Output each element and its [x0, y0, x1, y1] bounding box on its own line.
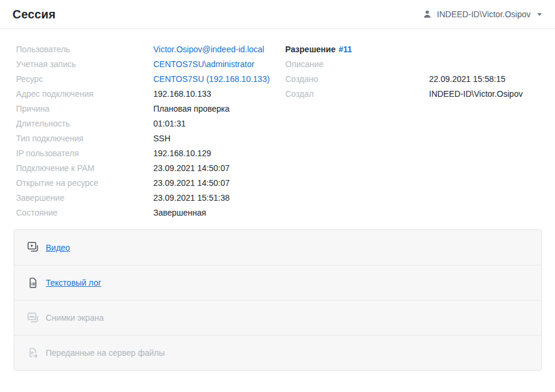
detail-row: Длительность01:01:31 [16, 116, 285, 131]
panel-label[interactable]: Видео [46, 243, 70, 252]
detail-label: Адрес подключения [16, 89, 153, 99]
detail-row: Тип подключенияSSH [16, 131, 285, 146]
detail-value: 23.09.2021 15:51:38 [153, 193, 229, 203]
detail-label: Пользователь [16, 45, 153, 54]
page-title: Сессия [12, 8, 56, 21]
panel-text-log[interactable]: Текстовый лог [14, 265, 541, 300]
session-artifact-panels: ВидеоТекстовый логСнимки экранаПереданны… [14, 229, 542, 371]
detail-label: Завершение [16, 193, 153, 203]
detail-value: 23.09.2021 14:50:07 [153, 163, 229, 173]
detail-row: Открытие на ресурсе23.09.2021 14:50:07 [16, 175, 285, 190]
panel-label[interactable]: Текстовый лог [46, 278, 101, 287]
detail-label: Тип подключения [16, 134, 153, 143]
detail-label: IP пользователя [16, 148, 153, 158]
detail-row: Завершение23.09.2021 15:51:38 [16, 190, 285, 205]
detail-label: Учетная запись [16, 59, 153, 69]
user-menu-label: INDEED-ID\Victor.Osipov [437, 10, 531, 19]
detail-value: 01:01:31 [153, 119, 186, 128]
detail-label: Открытие на ресурсе [16, 178, 153, 188]
detail-label: Описание [285, 59, 429, 69]
detail-value: INDEED-ID\Victor.Osipov [429, 89, 523, 99]
chevron-down-icon [537, 11, 543, 17]
upload-files-icon [27, 347, 39, 359]
detail-row: Подключение к PAM23.09.2021 14:50:07 [16, 160, 285, 175]
session-page: Сессия INDEED-ID\Victor.Osipov Пользоват… [0, 0, 555, 392]
detail-label: Подключение к PAM [16, 163, 153, 173]
detail-value: 22.09.2021 15:58:15 [429, 74, 505, 84]
detail-label: Причина [16, 104, 153, 113]
video-icon [27, 242, 39, 253]
detail-label: Ресурс [16, 74, 153, 84]
detail-value: 192.168.10.133 [153, 89, 211, 99]
panel-screenshots: Снимки экрана [14, 300, 541, 335]
detail-value: 192.168.10.129 [153, 148, 211, 158]
permission-row: Разрешение #11 [285, 42, 541, 56]
detail-value: SSH [153, 134, 171, 143]
permission-details: ОписаниеСоздано22.09.2021 15:58:15Создал… [285, 56, 541, 101]
detail-row: ПользовательVictor.Osipov@indeed-id.loca… [16, 42, 285, 56]
session-details: ПользовательVictor.Osipov@indeed-id.loca… [0, 29, 555, 220]
page-header: Сессия INDEED-ID\Victor.Osipov [0, 0, 555, 29]
panel-label: Снимки экрана [46, 313, 103, 323]
permission-number-link[interactable]: #11 [339, 45, 352, 54]
detail-label: Создано [285, 74, 429, 84]
panel-video[interactable]: Видео [14, 230, 541, 265]
detail-row: Адрес подключения192.168.10.133 [16, 86, 285, 101]
detail-label: Создал [285, 89, 429, 99]
detail-label: Состояние [16, 208, 153, 217]
detail-row: СоздалINDEED-ID\Victor.Osipov [285, 86, 541, 101]
user-icon [422, 10, 432, 19]
screenshots-icon [27, 312, 39, 324]
detail-row: РесурсCENTOS7SU (192.168.10.133) [16, 71, 285, 86]
detail-row: IP пользователя192.168.10.129 [16, 146, 285, 160]
user-menu[interactable]: INDEED-ID\Victor.Osipov [422, 10, 543, 19]
detail-value-link[interactable]: Victor.Osipov@indeed-id.local [153, 45, 264, 54]
detail-value: Плановая проверка [153, 104, 229, 113]
details-right-column: Разрешение #11 ОписаниеСоздано22.09.2021… [285, 42, 541, 220]
detail-row: Создано22.09.2021 15:58:15 [285, 71, 541, 86]
detail-value-link[interactable]: CENTOS7SU\administrator [153, 59, 254, 69]
detail-row: Учетная записьCENTOS7SU\administrator [16, 56, 285, 71]
permission-label: Разрешение [285, 45, 336, 54]
panel-uploaded-files: Переданные на сервер файлы [14, 335, 541, 370]
panel-label: Переданные на сервер файлы [46, 348, 165, 358]
detail-row: СостояниеЗавершенная [16, 205, 285, 220]
detail-row: ПричинаПлановая проверка [16, 101, 285, 116]
detail-value: 23.09.2021 14:50:07 [153, 178, 229, 188]
detail-value-link[interactable]: CENTOS7SU (192.168.10.133) [153, 74, 270, 84]
details-left-column: ПользовательVictor.Osipov@indeed-id.loca… [16, 42, 285, 220]
detail-label: Длительность [16, 119, 153, 128]
text-log-icon [27, 277, 39, 289]
detail-value: Завершенная [153, 208, 206, 217]
detail-row: Описание [285, 56, 541, 71]
